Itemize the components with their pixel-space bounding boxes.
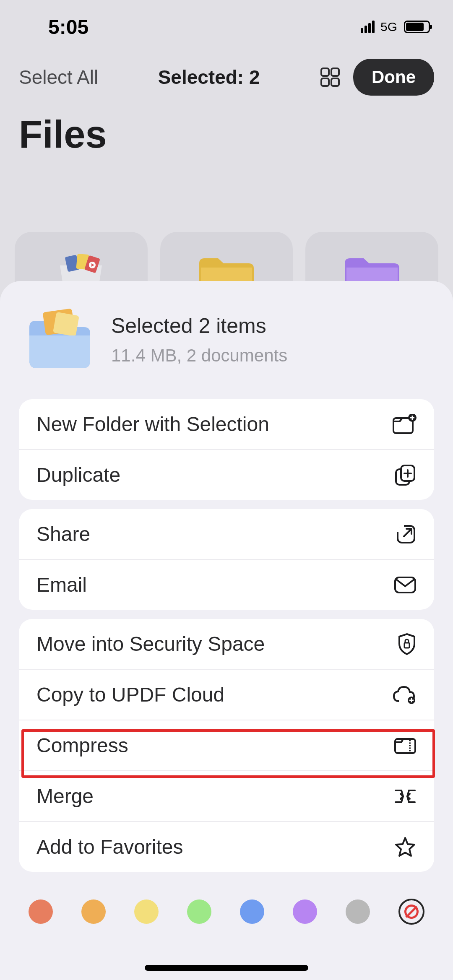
- folder-plus-icon: [392, 414, 417, 435]
- menu-item-compress[interactable]: Compress: [19, 720, 434, 771]
- duplicate-icon: [395, 464, 417, 486]
- menu-item-share[interactable]: Share: [19, 509, 434, 560]
- selection-toolbar: Select All Selected: 2 Done: [0, 42, 453, 96]
- share-icon: [396, 524, 417, 545]
- menu-item-duplicate[interactable]: Duplicate: [19, 450, 434, 500]
- sheet-subtitle: 11.4 MB, 2 documents: [111, 346, 287, 366]
- menu-label: Duplicate: [36, 463, 120, 486]
- folder-blue-icon: [23, 306, 94, 373]
- color-tag-6[interactable]: [293, 899, 317, 924]
- color-tag-2[interactable]: [81, 899, 106, 924]
- grid-view-button[interactable]: [320, 67, 341, 88]
- menu-item-new-folder[interactable]: New Folder with Selection: [19, 399, 434, 450]
- merge-icon: [394, 786, 417, 806]
- color-tag-7[interactable]: [346, 899, 370, 924]
- svg-rect-0: [321, 68, 329, 76]
- svg-rect-15: [395, 577, 415, 593]
- cellular-signal-icon: [361, 21, 375, 33]
- status-right: 5G: [361, 20, 430, 34]
- menu-group-operations: Move into Security Space Copy to UPDF Cl…: [19, 619, 434, 872]
- svg-rect-16: [404, 643, 409, 648]
- page-title: Files: [0, 96, 453, 156]
- color-tag-4[interactable]: [187, 899, 211, 924]
- svg-rect-1: [331, 68, 339, 76]
- cloud-plus-icon: [392, 685, 417, 704]
- select-all-button[interactable]: Select All: [19, 66, 98, 88]
- menu-label: Move into Security Space: [36, 632, 265, 655]
- grid-icon: [320, 68, 340, 87]
- menu-item-add-favorites[interactable]: Add to Favorites: [19, 822, 434, 872]
- menu-label: Copy to UPDF Cloud: [36, 683, 224, 706]
- menu-item-merge[interactable]: Merge: [19, 771, 434, 822]
- menu-item-copy-cloud[interactable]: Copy to UPDF Cloud: [19, 670, 434, 720]
- status-time: 5:05: [48, 16, 89, 39]
- sheet-title: Selected 2 items: [111, 314, 287, 338]
- done-button[interactable]: Done: [353, 59, 434, 96]
- compress-icon: [394, 736, 417, 755]
- shield-lock-icon: [397, 633, 417, 655]
- menu-item-security-space[interactable]: Move into Security Space: [19, 619, 434, 670]
- network-type: 5G: [380, 20, 397, 34]
- prohibit-icon: [404, 905, 419, 919]
- home-indicator: [145, 965, 308, 971]
- sheet-header: Selected 2 items 11.4 MB, 2 documents: [0, 281, 453, 390]
- menu-label: Add to Favorites: [36, 835, 183, 858]
- action-sheet: Selected 2 items 11.4 MB, 2 documents Ne…: [0, 281, 453, 980]
- selected-count-label: Selected: 2: [111, 66, 307, 88]
- color-tag-3[interactable]: [134, 899, 159, 924]
- svg-rect-18: [395, 739, 415, 753]
- menu-item-email[interactable]: Email: [19, 560, 434, 610]
- svg-rect-2: [321, 78, 329, 86]
- menu-label: New Folder with Selection: [36, 413, 269, 436]
- color-tag-5[interactable]: [240, 899, 264, 924]
- menu-label: Share: [36, 522, 90, 546]
- color-tag-row: [0, 881, 453, 942]
- menu-group-create: New Folder with Selection Duplicate: [19, 399, 434, 500]
- svg-rect-3: [331, 78, 339, 86]
- email-icon: [394, 576, 417, 594]
- status-bar: 5:05 5G: [0, 0, 453, 42]
- menu-label: Merge: [36, 785, 94, 808]
- menu-group-share: Share Email: [19, 509, 434, 610]
- color-tag-none[interactable]: [398, 899, 424, 925]
- star-icon: [394, 836, 417, 858]
- battery-icon: [404, 21, 430, 33]
- svg-rect-9: [53, 312, 79, 337]
- color-tag-1[interactable]: [29, 899, 53, 924]
- menu-label: Email: [36, 573, 87, 596]
- menu-label: Compress: [36, 734, 128, 757]
